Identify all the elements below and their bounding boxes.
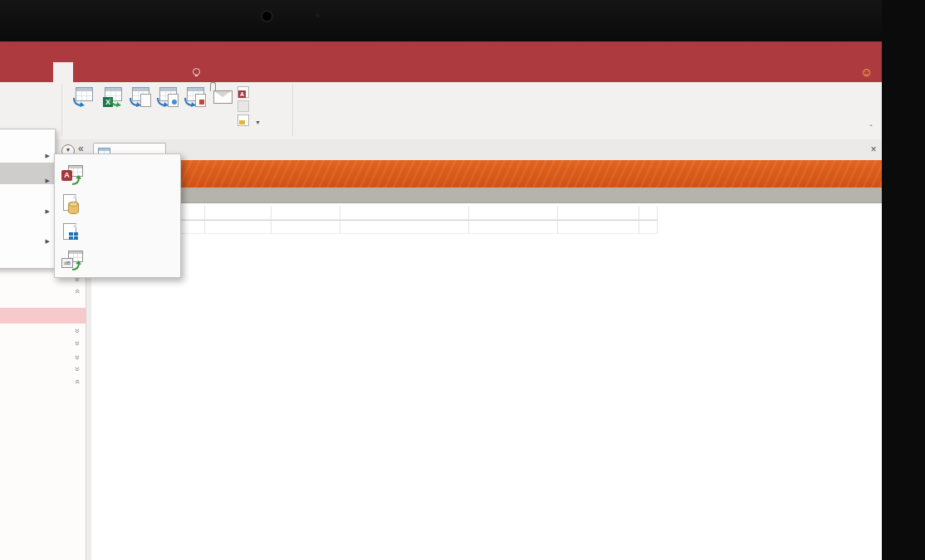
tab-external-data[interactable] xyxy=(53,62,73,82)
menu-item-access[interactable]: A xyxy=(55,161,180,190)
excel-export-button[interactable]: X xyxy=(99,85,127,110)
cell-empty[interactable] xyxy=(205,206,272,219)
email-icon xyxy=(212,85,233,107)
collapse-ribbon-button[interactable]: ˆ xyxy=(864,125,879,135)
collapse-chevron-icon[interactable]: « xyxy=(72,338,82,348)
app-window: ☺ X xyxy=(0,41,882,560)
feedback-smiley-icon[interactable]: ☺ xyxy=(860,65,873,79)
cell-empty[interactable] xyxy=(272,206,340,219)
email-export-button[interactable] xyxy=(208,85,237,110)
menu-item-from-other-sources[interactable]: ▶ xyxy=(0,223,55,245)
collapse-chevron-icon[interactable]: « xyxy=(72,364,82,374)
sql-server-icon xyxy=(61,193,83,214)
submenu-arrow-icon: ▶ xyxy=(46,201,50,222)
word-merge-button[interactable] xyxy=(237,100,252,113)
group-separator xyxy=(61,85,62,136)
pdf-xps-export-button[interactable] xyxy=(181,85,209,110)
ribbon: X ▼ ˆ xyxy=(0,82,882,140)
ribbon-tab-row: ☺ xyxy=(0,62,882,82)
cell-empty[interactable] xyxy=(469,221,558,234)
collapse-chevron-icon[interactable]: « xyxy=(72,377,82,387)
close-document-icon[interactable]: × xyxy=(867,144,880,155)
cell-empty[interactable] xyxy=(639,221,658,234)
lightbulb-icon xyxy=(193,68,200,75)
document-area xyxy=(91,160,882,560)
saved-exports-icon xyxy=(73,85,95,107)
xml-file-icon xyxy=(157,85,179,107)
bezel-dot xyxy=(316,13,320,17)
pdf-xps-icon xyxy=(184,85,206,107)
menu-item-from-database[interactable]: ▶ xyxy=(0,163,55,184)
title-bar xyxy=(0,41,882,62)
access-small-icon xyxy=(237,86,249,98)
menu-item-from-file[interactable]: ▶ xyxy=(0,138,55,159)
xml-file-export-button[interactable] xyxy=(154,85,182,110)
access-import-icon: A xyxy=(61,165,83,186)
shutter-collapse-icon[interactable]: « xyxy=(78,143,84,154)
cell-empty[interactable] xyxy=(558,206,639,219)
more-icon xyxy=(237,114,249,126)
cell-empty[interactable] xyxy=(639,206,658,219)
cell-empty[interactable] xyxy=(469,206,558,219)
text-file-icon xyxy=(130,85,151,107)
saved-exports-button[interactable] xyxy=(70,85,98,110)
submenu-arrow-icon: ▶ xyxy=(46,170,50,192)
tab-create[interactable] xyxy=(7,62,27,82)
menu-item-from-sql-server[interactable] xyxy=(55,189,180,218)
excel-icon: X xyxy=(102,85,124,107)
device-bezel-right xyxy=(882,0,925,560)
new-data-source-menu: ▶ ▶ ▶ ▶ xyxy=(0,129,56,269)
more-export-button[interactable]: ▼ xyxy=(237,114,261,127)
collapse-chevron-icon[interactable]: « xyxy=(72,326,82,336)
chevron-down-icon: ▼ xyxy=(255,119,261,125)
cell-empty[interactable] xyxy=(340,221,469,234)
text-file-export-button[interactable] xyxy=(126,85,154,110)
device-bezel-top xyxy=(0,0,925,41)
tell-me-box[interactable] xyxy=(193,62,204,82)
from-database-flyout-menu: A dB xyxy=(54,153,181,278)
cell-empty[interactable] xyxy=(272,221,340,234)
menu-item-from-azure-database[interactable] xyxy=(55,218,180,247)
form-command-bar xyxy=(91,187,882,203)
azure-database-icon xyxy=(61,222,83,243)
group-separator xyxy=(292,85,293,136)
collapse-chevron-icon[interactable]: « xyxy=(72,353,82,363)
submenu-arrow-icon: ▶ xyxy=(46,231,50,252)
dbase-file-icon: dB xyxy=(61,251,83,271)
webcam-icon xyxy=(261,10,273,22)
form-banner xyxy=(91,160,882,187)
cell-empty[interactable] xyxy=(340,206,469,219)
word-merge-icon xyxy=(237,100,249,112)
access-export-button[interactable] xyxy=(237,86,252,99)
collapse-chevron-icon[interactable]: « xyxy=(72,286,82,296)
total-value-cell[interactable] xyxy=(205,221,272,234)
menu-item-from-online-services[interactable]: ▶ xyxy=(0,193,55,215)
tab-database-tools[interactable] xyxy=(115,62,135,82)
cell-empty[interactable] xyxy=(558,221,639,234)
navpane-selected-item[interactable] xyxy=(0,308,86,324)
menu-item-dbase-file[interactable]: dB xyxy=(55,246,180,275)
